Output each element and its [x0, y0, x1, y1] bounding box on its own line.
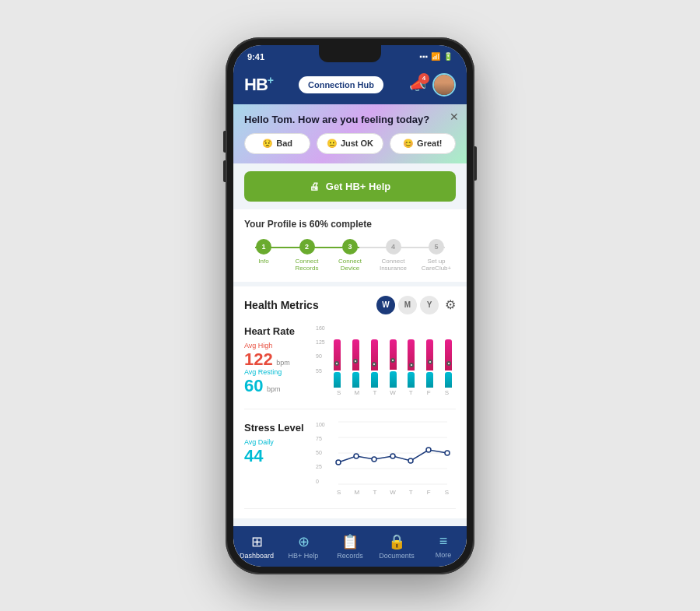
step-3: 3 Connect Device: [334, 239, 366, 272]
records-label: Records: [337, 552, 363, 560]
step-3-label: Connect Device: [334, 258, 366, 272]
volume-down-button: [223, 160, 226, 182]
metrics-title: Health Metrics: [244, 299, 319, 311]
wifi-icon: 📶: [431, 52, 440, 61]
ok-icon: 😐: [327, 139, 338, 149]
stress-level-card: Stress Level Avg Daily 44 100 75 50 25: [244, 422, 456, 509]
status-time: 9:41: [247, 52, 264, 61]
more-label: More: [436, 551, 452, 559]
heart-rate-row: Heart Rate Avg High 122 bpm Avg Resting …: [244, 325, 456, 396]
connection-hub-button[interactable]: Connection Hub: [299, 76, 383, 93]
svg-point-6: [354, 454, 359, 458]
hbhelp-icon: ⊕: [298, 533, 310, 550]
status-icons: ▪▪▪ 📶 🔋: [419, 52, 453, 61]
nav-records[interactable]: 📋 Records: [327, 530, 373, 563]
hbhelp-label: HB+ Help: [289, 552, 319, 560]
step-5-circle: 5: [429, 239, 444, 255]
documents-icon: 🔒: [388, 533, 405, 550]
great-button[interactable]: 😊 Great!: [390, 133, 456, 154]
bad-icon: 😟: [262, 139, 273, 149]
dashboard-label: Dashboard: [240, 552, 274, 560]
svg-point-10: [426, 448, 431, 452]
avg-high-unit: bpm: [276, 359, 290, 367]
bad-label: Bad: [276, 139, 292, 148]
step-1-label: Info: [258, 258, 268, 265]
nav-dashboard[interactable]: ⊞ Dashboard: [233, 530, 280, 563]
signal-icon: ▪▪▪: [419, 52, 428, 61]
svg-point-5: [336, 460, 341, 465]
feeling-buttons: 😟 Bad 😐 Just OK 😊 Great!: [244, 133, 456, 154]
step-2-circle: 2: [299, 239, 315, 255]
stress-level-row: Stress Level Avg Daily 44 100 75 50 25: [244, 422, 456, 496]
feeling-title: Hello Tom. How are you feeling today?: [244, 114, 456, 125]
period-month-button[interactable]: M: [398, 296, 417, 314]
stress-level-name: Stress Level: [244, 422, 306, 434]
logo-text: HB+: [244, 74, 273, 95]
phone-device: 9:41 ▪▪▪ 📶 🔋 HB+ Connection Hub 📣 4: [226, 37, 474, 574]
heart-rate-card: Heart Rate Avg High 122 bpm Avg Resting …: [244, 325, 456, 409]
svg-point-11: [445, 451, 450, 455]
just-ok-button[interactable]: 😐 Just OK: [317, 133, 383, 154]
bad-button[interactable]: 😟 Bad: [244, 133, 310, 154]
logo-plus: +: [268, 74, 273, 86]
notification-badge: 4: [418, 73, 429, 84]
progress-steps: 1 Info 2 Connect Records 3 Connect Devic…: [244, 239, 456, 272]
avg-high-value: 122: [244, 349, 273, 369]
period-buttons: W M Y ⚙: [376, 296, 456, 314]
period-year-button[interactable]: Y: [420, 296, 439, 314]
more-icon: ≡: [439, 533, 448, 550]
documents-label: Documents: [379, 552, 415, 560]
header-right: 📣 4: [409, 73, 456, 97]
heart-rate-chart: 160 125 90 55: [316, 325, 456, 396]
get-help-label: Get HB+ Help: [326, 181, 390, 192]
great-icon: 😊: [403, 139, 414, 149]
svg-point-8: [390, 454, 395, 458]
get-help-button[interactable]: 🖨 Get HB+ Help: [244, 171, 456, 202]
profile-title: Your Profile is 60% complete: [244, 219, 456, 230]
app-header: HB+ Connection Hub 📣 4: [233, 67, 467, 104]
metrics-header: Health Metrics W M Y ⚙: [244, 296, 456, 314]
stress-level-chart: 100 75 50 25 0: [316, 422, 456, 496]
step-1: 1 Info: [247, 239, 280, 265]
nav-hbhelp[interactable]: ⊕ HB+ Help: [280, 530, 327, 563]
filter-button[interactable]: ⚙: [445, 297, 456, 312]
step-4-label: Connect Insurance: [377, 258, 410, 272]
avg-high-value-row: 122 bpm: [244, 351, 306, 368]
stress-level-info: Stress Level Avg Daily 44: [244, 422, 306, 496]
step-5: 5 Set up CareClub+: [420, 239, 453, 272]
avg-daily-value: 44: [244, 448, 306, 465]
phone-screen: 9:41 ▪▪▪ 📶 🔋 HB+ Connection Hub 📣 4: [233, 45, 467, 567]
help-icon: 🖨: [310, 181, 320, 192]
step-1-circle: 1: [256, 239, 271, 255]
heart-rate-info: Heart Rate Avg High 122 bpm Avg Resting …: [244, 325, 306, 396]
health-metrics-section: Health Metrics W M Y ⚙ Heart Rate Avg Hi…: [233, 286, 467, 518]
logo-area: HB+: [244, 74, 273, 95]
step-2: 2 Connect Records: [291, 239, 324, 272]
svg-point-7: [372, 457, 376, 462]
avg-resting-label: Avg Resting: [244, 368, 306, 376]
ok-label: Just OK: [341, 139, 373, 148]
avg-resting-unit: bpm: [267, 385, 281, 393]
avatar-image: [434, 75, 454, 95]
period-week-button[interactable]: W: [376, 296, 395, 314]
dashboard-icon: ⊞: [251, 533, 263, 550]
notification-icon-wrapper[interactable]: 📣 4: [409, 76, 426, 93]
svg-point-9: [408, 458, 413, 463]
profile-section: Your Profile is 60% complete 1 Info 2 Co…: [233, 209, 467, 282]
step-3-circle: 3: [342, 239, 358, 255]
nav-documents[interactable]: 🔒 Documents: [373, 530, 420, 563]
step-4: 4 Connect Insurance: [377, 239, 410, 272]
avatar[interactable]: [432, 73, 456, 97]
volume-up-button: [223, 131, 226, 153]
nav-more[interactable]: ≡ More: [420, 530, 467, 562]
step-4-circle: 4: [386, 239, 401, 255]
feeling-close-button[interactable]: ✕: [450, 111, 459, 123]
great-label: Great!: [417, 139, 442, 148]
step-2-label: Connect Records: [291, 258, 324, 272]
feeling-banner: Hello Tom. How are you feeling today? ✕ …: [233, 104, 467, 163]
avg-resting-value-row: 60 bpm: [244, 377, 306, 395]
records-icon: 📋: [341, 533, 359, 550]
bottom-nav: ⊞ Dashboard ⊕ HB+ Help 📋 Records 🔒 Docum…: [233, 526, 467, 567]
avg-high-label: Avg High: [244, 342, 306, 349]
battery-icon: 🔋: [443, 52, 453, 61]
